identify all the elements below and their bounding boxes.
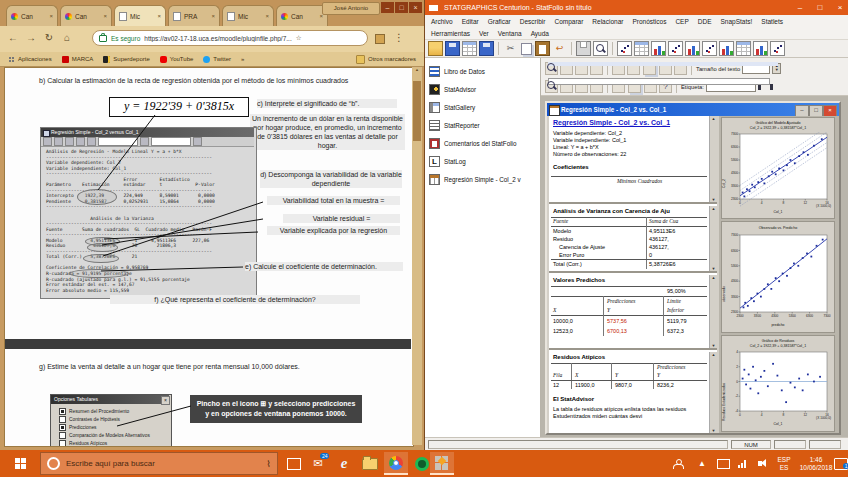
forecast-icon[interactable] [702,41,717,56]
url-text[interactable]: https://av02-17-18.uca.es/moodle/pluginf… [144,35,291,42]
menu-dde[interactable]: DDE [698,18,712,25]
stat-minimize-button[interactable]: – [791,0,809,15]
other-bookmarks[interactable]: Otros marcadores [356,55,416,64]
dialog-option-2[interactable]: Contrastes de Hipótesis [59,416,120,423]
forward-icon[interactable]: → [24,31,38,45]
pane4-scrollbar[interactable]: ▲▼ [709,352,717,433]
sidebar-item-statlog[interactable]: LStatLog [429,154,539,169]
browser-close-button[interactable]: × [409,2,422,13]
paste-icon[interactable] [535,41,550,56]
copy-icon[interactable] [521,43,532,55]
menu-cep[interactable]: CEP [675,18,688,25]
cep-icon[interactable] [719,41,734,56]
analysis-summary-pane[interactable]: Regresión Simple - Col_2 vs. Col_1 Varia… [549,116,717,204]
display-tray-icon[interactable] [714,450,732,477]
cut-icon[interactable]: ✂ [503,41,518,56]
home-icon[interactable]: ⌂ [60,31,74,45]
plot-icon[interactable] [617,41,632,56]
menu-pronosticos[interactable]: Pronósticos [632,18,666,25]
bookmark-twitter[interactable]: Twitter [203,56,231,63]
bookmark-superdeporte[interactable]: Superdeporte [103,56,149,63]
menu-ayuda[interactable]: Ayuda [531,30,549,37]
file-explorer-icon[interactable] [358,452,382,475]
tab-close-icon[interactable]: × [157,13,161,19]
checkbox-icon[interactable] [59,432,66,439]
dialog-option-1[interactable]: Resumen del Procedimiento [59,408,129,415]
snapstats-icon[interactable] [736,41,751,56]
undo-icon[interactable]: ↩ [552,41,567,56]
anova-pane[interactable]: Análisis de Varianza con Carencia de Aju… [549,206,717,273]
menu-relacionar[interactable]: Relacionar [592,18,623,25]
statwizard-icon[interactable] [753,41,768,56]
menu-ventana[interactable]: Ventana [498,30,522,37]
back-icon[interactable]: ← [6,31,20,45]
chrome-menu-icon[interactable]: ⋮ [394,31,404,45]
tab-close-icon[interactable]: × [265,13,269,19]
menu-ver[interactable]: Ver [479,30,489,37]
unusual-residuals-pane[interactable]: Residuos Atípicos Predicciones Fila X Y … [549,352,717,433]
menu-comparar[interactable]: Comparar [554,18,583,25]
sidebar-item-libro-de-datos[interactable]: Libro de Datos [429,64,539,79]
menu-statlets[interactable]: Statlets [761,18,783,25]
statgraphics-taskbar-icon[interactable] [430,452,454,475]
scrollbar-thumb[interactable] [413,81,421,141]
predicted-values-pane[interactable]: Valores Predichos 95,00% Predicciones Lí… [549,275,717,350]
observed-vs-predicted-chart-panel[interactable]: Observado vs. Predicho observado 2300330… [721,221,835,333]
tab-close-icon[interactable]: × [103,13,107,19]
save-data-icon[interactable] [479,41,494,56]
volume-tray-icon[interactable] [752,450,768,477]
fitted-model-chart-panel[interactable]: Gráfico del Modelo Ajustado Col_2 = 1922… [721,117,835,219]
sidebar-item-statreporter[interactable]: StatReporter [429,118,539,133]
taskbar-search[interactable]: Escribe aquí para buscar ⌇ [40,452,278,475]
checkbox-icon[interactable] [59,440,66,447]
browser-tab-4[interactable]: PRA × [168,5,220,26]
checkbox-checked-icon[interactable] [59,408,66,415]
bookmark-youtube[interactable]: YouTube [160,56,194,63]
bookmarks-overflow-icon[interactable]: » [241,56,244,62]
address-bar[interactable]: Es seguro https://av02-17-18.uca.es/mood… [92,30,368,46]
browser-tab-6[interactable]: Can × [276,5,328,26]
menu-editar[interactable]: Editar [462,18,479,25]
mic-icon[interactable]: ⌇ [267,459,271,469]
special-icon[interactable] [685,41,700,56]
dialog-option-3[interactable]: Predicciones [59,424,96,431]
scroll-up-icon[interactable]: ▲ [412,67,422,72]
extension-icon[interactable] [374,31,386,45]
mail-icon[interactable]: ✉24 [306,452,330,475]
statgallery-icon[interactable] [770,41,785,56]
start-button[interactable] [0,450,40,477]
bookmark-star-icon[interactable]: ☆ [296,34,302,42]
pane1-scrollbar[interactable]: ▲▼ [709,116,717,202]
dialog-option-5[interactable]: Residuos Atípicos [59,440,107,447]
clock[interactable]: 1:4610/06/2018 [798,450,834,477]
reload-icon[interactable]: ↻ [42,31,56,45]
hidden-icons-chevron[interactable]: ▲ [694,450,710,477]
bookmark-marca[interactable]: MARCA [62,56,94,63]
edge-icon[interactable]: e [332,452,356,475]
stat-maximize-button[interactable]: □ [811,0,829,15]
checkbox-icon[interactable] [59,416,66,423]
sidebar-item-regresion-simple[interactable]: Regresión Simple - Col_2 v [429,172,539,187]
menu-describir[interactable]: Describir [520,18,546,25]
stat-close-button[interactable]: × [831,0,848,15]
language-indicator[interactable]: ESPES [772,450,796,477]
print-preview-icon[interactable] [593,41,608,56]
compare-icon[interactable] [651,41,666,56]
task-view-icon[interactable] [282,452,306,475]
pane2-scrollbar[interactable]: ▲▼ [709,206,717,271]
relate-icon[interactable] [668,41,683,56]
residuals-chart-panel[interactable]: Gráfico de Residuos Col_2 = 1922,39 + 0,… [721,335,835,432]
databook-icon[interactable] [462,41,477,56]
browser-minimize-button[interactable]: – [381,2,394,13]
dialog-close-icon[interactable]: × [161,396,170,405]
browser-tab-5[interactable]: Mic × [222,5,274,26]
dialog-option-4[interactable]: Comparación de Modelos Alternativos [59,432,150,439]
menu-snapstats[interactable]: SnapStats! [721,18,753,25]
menu-graficar[interactable]: Graficar [488,18,511,25]
tab-close-icon[interactable]: × [49,13,53,19]
people-tray-icon[interactable] [668,450,688,477]
print-icon[interactable] [576,41,591,56]
describe-icon[interactable] [634,41,649,56]
pane3-scrollbar[interactable]: ▲▼ [709,275,717,348]
tab-close-icon[interactable]: × [211,13,215,19]
